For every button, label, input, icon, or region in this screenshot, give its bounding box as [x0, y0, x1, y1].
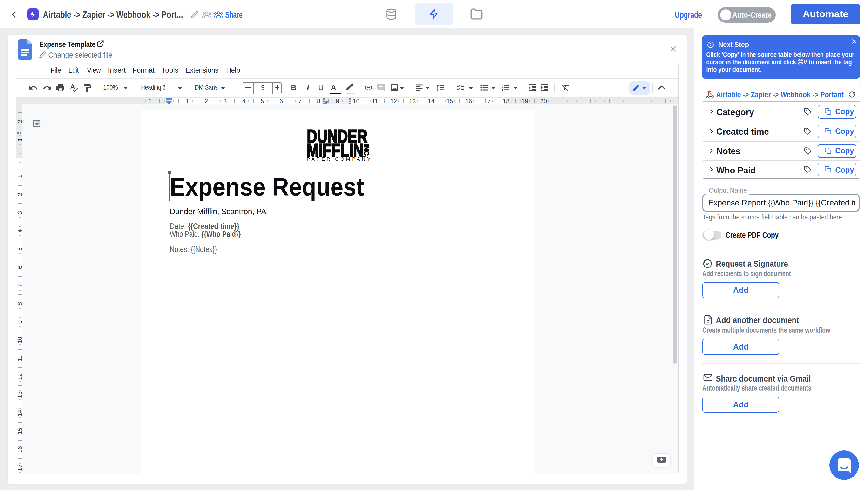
- svg-text:Add: Add: [733, 286, 749, 295]
- svg-text:Auto-Create: Auto-Create: [732, 10, 772, 19]
- svg-text:Add recipients to sign documen: Add recipients to sign document: [702, 269, 791, 278]
- svg-text:into your document.: into your document.: [706, 66, 762, 73]
- svg-text:Expense Report {{Who Paid}} {{: Expense Report {{Who Paid}} {{Created ti: [708, 198, 856, 207]
- svg-text:File: File: [51, 66, 61, 74]
- svg-text:Create PDF Copy: Create PDF Copy: [725, 230, 779, 239]
- svg-text:Tags from the source field tab: Tags from the source field table can be …: [702, 213, 842, 221]
- svg-text:Edit: Edit: [68, 66, 79, 74]
- svg-text:Tools: Tools: [161, 66, 179, 74]
- svg-text:Dunder Mifflin, Scantron, PA: Dunder Mifflin, Scantron, PA: [170, 207, 266, 216]
- svg-text:Airtable -> Zapier -> Webhook: Airtable -> Zapier -> Webhook -> Port...: [43, 10, 183, 20]
- svg-text:Airtable -> Zapier -> Webhook: Airtable -> Zapier -> Webhook -> Portant: [716, 90, 844, 99]
- svg-text:Create multiple documents the: Create multiple documents the same workf…: [702, 326, 830, 334]
- svg-text:Copy: Copy: [835, 165, 854, 174]
- svg-text:I: I: [306, 83, 310, 92]
- svg-text:Created time: Created time: [716, 127, 769, 137]
- svg-text:Who Paid: Who Paid: [716, 165, 756, 175]
- svg-text:A: A: [331, 84, 336, 92]
- svg-text:DM Sans: DM Sans: [195, 84, 218, 91]
- svg-text:Add: Add: [733, 342, 749, 351]
- svg-text:B: B: [291, 83, 296, 92]
- svg-text:Heading 6: Heading 6: [141, 84, 166, 91]
- svg-text:Date: {{Created time}}: Date: {{Created time}}: [170, 222, 240, 231]
- svg-text:100%: 100%: [103, 84, 118, 91]
- svg-text:Click 'Copy' in the source tab: Click 'Copy' in the source table below t…: [706, 51, 854, 58]
- svg-text:cursor in the document and cli: cursor in the document and click ⌘V to i…: [706, 58, 852, 66]
- svg-text:Upgrade: Upgrade: [675, 10, 702, 20]
- svg-text:Help: Help: [226, 66, 240, 74]
- svg-text:Copy: Copy: [835, 127, 854, 136]
- svg-text:Extensions: Extensions: [185, 66, 218, 74]
- svg-text:Expense Request: Expense Request: [170, 173, 364, 201]
- svg-text:Notes: Notes: [716, 146, 740, 156]
- svg-text:View: View: [87, 66, 101, 74]
- svg-text:Insert: Insert: [108, 66, 126, 74]
- svg-text:Expense Template: Expense Template: [39, 40, 95, 48]
- svg-text:Share document via Gmail: Share document via Gmail: [716, 374, 811, 383]
- svg-text:9: 9: [261, 84, 265, 91]
- svg-text:Category: Category: [716, 107, 754, 117]
- svg-text:Copy: Copy: [835, 146, 854, 155]
- svg-text:Format: Format: [133, 66, 155, 74]
- svg-text:Automatically share created do: Automatically share created documents: [702, 384, 811, 392]
- svg-text:U: U: [318, 84, 323, 92]
- svg-text:Add another document: Add another document: [716, 315, 799, 325]
- svg-text:Copy: Copy: [835, 107, 854, 116]
- svg-text:Change selected file: Change selected file: [48, 51, 112, 59]
- svg-text:Next Step: Next Step: [718, 40, 749, 48]
- svg-text:Request a Signature: Request a Signature: [716, 259, 788, 268]
- svg-text:INC,: INC,: [363, 144, 371, 157]
- svg-text:Automate: Automate: [803, 9, 848, 19]
- svg-text:Who Paid. {{Who Paid}}: Who Paid. {{Who Paid}}: [170, 230, 241, 238]
- svg-text:Notes: {{Notes}}: Notes: {{Notes}}: [170, 245, 217, 254]
- svg-text:Output Name: Output Name: [709, 187, 747, 194]
- svg-text:Add: Add: [733, 400, 749, 409]
- svg-text:Share: Share: [225, 10, 243, 20]
